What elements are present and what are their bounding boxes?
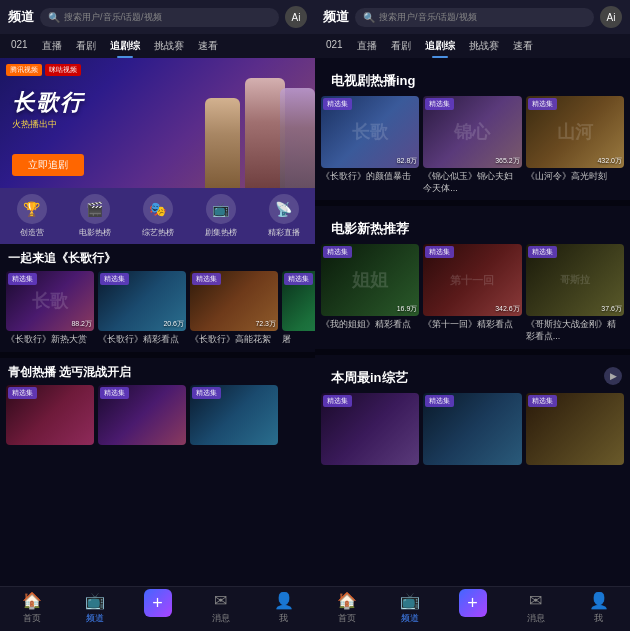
left-tab-watch[interactable]: 看剧 [69, 34, 103, 58]
right-nav-me-icon: 👤 [589, 591, 609, 610]
right-tv-card-2[interactable]: 精选集 365.2万 锦心 《锦心似玉》锦心夫妇今天体... [423, 96, 521, 194]
right-movie-card-2[interactable]: 精选集 342.6万 第十一回 《第十一回》精彩看点 [423, 244, 521, 342]
left-nav-me[interactable]: 👤 我 [252, 591, 315, 625]
left-tab-quick[interactable]: 速看 [191, 34, 225, 58]
left-title-3: 《长歌行》高能花絮 [190, 334, 278, 346]
right-tab-live[interactable]: 直播 [350, 34, 384, 58]
left-search-box[interactable]: 🔍 搜索用户/音乐/话题/视频 [40, 8, 279, 27]
left-search-placeholder: 搜索用户/音乐/话题/视频 [64, 11, 162, 24]
left-video-card-4[interactable]: 精选集 屠 [282, 271, 315, 346]
right-variety-badge-3: 精选集 [528, 395, 557, 407]
right-variety-card-1[interactable]: 精选集 [321, 393, 419, 465]
right-nav-channel-label: 频道 [401, 612, 419, 625]
right-movie-card-1[interactable]: 精选集 16.9万 姐姐 《我的姐姐》精彩看点 [321, 244, 419, 342]
left-tab-drama[interactable]: 追剧综 [103, 34, 147, 58]
right-nav-plus-btn[interactable]: + [459, 589, 487, 617]
right-nav-message-label: 消息 [527, 612, 545, 625]
right-variety-card-2[interactable]: 精选集 [423, 393, 521, 465]
left-nav-plus[interactable]: + [126, 591, 189, 625]
left-badge-3: 精选集 [192, 273, 221, 285]
right-variety-thumb-2: 精选集 [423, 393, 521, 465]
right-tv-title-3: 《山河令》高光时刻 [526, 171, 624, 183]
right-movie-card-3[interactable]: 精选集 37.6万 哥斯拉 《哥斯拉大战金刚》精彩看点... [526, 244, 624, 342]
right-deco-3: 山河 [526, 96, 624, 168]
right-variety-section-header: 本周最in综艺 ▶ [315, 355, 630, 393]
left-section1-title-text: 一起来追《长歌行》 [8, 250, 116, 267]
left-video-card-5[interactable]: 精选集 [6, 385, 94, 448]
left-badge-4: 精选集 [284, 273, 313, 285]
left-video-row1: 精选集 88.2万 长歌 《长歌行》新热大赏 精选集 20.6万 《长歌行》精彩… [0, 271, 315, 352]
right-variety-badge-1: 精选集 [323, 395, 352, 407]
right-movie-card-grid: 精选集 16.9万 姐姐 《我的姐姐》精彩看点 精选集 342.6万 第十一回 … [315, 244, 630, 348]
left-nav-plus-btn[interactable]: + [144, 589, 172, 617]
right-tab-drama[interactable]: 追剧综 [418, 34, 462, 58]
right-variety-card-3[interactable]: 精选集 [526, 393, 624, 465]
right-tab-021[interactable]: 021 [319, 34, 350, 58]
left-video-card-1[interactable]: 精选集 88.2万 长歌 《长歌行》新热大赏 [6, 271, 94, 346]
left-icon-movie[interactable]: 🎬 电影热榜 [63, 194, 126, 238]
left-icon-drama[interactable]: 📺 剧集热榜 [189, 194, 252, 238]
left-thumb-4: 精选集 [282, 271, 315, 331]
left-tab-021[interactable]: 021 [4, 34, 35, 58]
right-tv-title-2: 《锦心似玉》锦心夫妇今天体... [423, 171, 521, 194]
left-hero-cta[interactable]: 立即追剧 [12, 154, 84, 176]
right-movie-section-header: 电影新热推荐 [315, 206, 630, 244]
left-video-card-7[interactable]: 精选集 [190, 385, 278, 448]
left-nav-message-label: 消息 [212, 612, 230, 625]
right-deco-1: 长歌 [321, 96, 419, 168]
left-badge-6: 精选集 [100, 387, 129, 399]
right-variety-section-title: 本周最in综艺 [323, 361, 416, 391]
right-nav-tabs: 021 直播 看剧 追剧综 挑战赛 速看 [315, 34, 630, 58]
left-icon-variety-label: 综艺热榜 [142, 227, 174, 238]
right-tv-section-title: 电视剧热播ing [323, 64, 424, 94]
left-video-card-2[interactable]: 精选集 20.6万 《长歌行》精彩看点 [98, 271, 186, 346]
left-icon-row: 🏆 创造营 🎬 电影热榜 🎭 综艺热榜 📺 剧集热榜 📡 精彩直播 [0, 188, 315, 244]
left-nav-home-label: 首页 [23, 612, 41, 625]
right-nav-home-label: 首页 [338, 612, 356, 625]
right-movie-deco-2: 第十一回 [423, 244, 521, 316]
right-tv-card-3[interactable]: 精选集 432.0万 山河 《山河令》高光时刻 [526, 96, 624, 194]
left-hero-banner[interactable]: 腾讯视频 咪咕视频 长歌行 火热播出中 立即追剧 [0, 58, 315, 188]
right-nav-home[interactable]: 🏠 首页 [315, 591, 378, 625]
right-tab-challenge[interactable]: 挑战赛 [462, 34, 506, 58]
right-movie-deco-1: 姐姐 [321, 244, 419, 316]
left-nav-home[interactable]: 🏠 首页 [0, 591, 63, 625]
left-tab-live[interactable]: 直播 [35, 34, 69, 58]
left-video-card-3[interactable]: 精选集 72.3万 《长歌行》高能花絮 [190, 271, 278, 346]
left-nav-channel[interactable]: 📺 频道 [63, 591, 126, 625]
right-avatar[interactable]: Ai [600, 6, 622, 28]
right-search-box[interactable]: 🔍 搜索用户/音乐/话题/视频 [355, 8, 594, 27]
left-title-2: 《长歌行》精彩看点 [98, 334, 186, 346]
right-content-scroll: 电视剧热播ing 精选集 82.8万 长歌 《长歌行》的颜值暴击 精选集 365… [315, 58, 630, 586]
right-variety-forward-icon[interactable]: ▶ [604, 367, 622, 385]
right-nav-me[interactable]: 👤 我 [567, 591, 630, 625]
left-nav-message[interactable]: ✉ 消息 [189, 591, 252, 625]
right-tv-title-1: 《长歌行》的颜值暴击 [321, 171, 419, 183]
right-nav-message[interactable]: ✉ 消息 [504, 591, 567, 625]
right-tv-card-1[interactable]: 精选集 82.8万 长歌 《长歌行》的颜值暴击 [321, 96, 419, 194]
right-nav-channel[interactable]: 📺 频道 [378, 591, 441, 625]
right-nav-plus-icon: + [467, 593, 478, 614]
left-icon-chuangzao[interactable]: 🏆 创造营 [0, 194, 63, 238]
left-content-scroll: 一起来追《长歌行》 精选集 88.2万 长歌 《长歌行》新热大赏 精选集 20.… [0, 244, 315, 586]
left-nav-tabs: 021 直播 看剧 追剧综 挑战赛 速看 [0, 34, 315, 58]
right-tab-watch[interactable]: 看剧 [384, 34, 418, 58]
left-figure-3 [280, 88, 315, 188]
left-avatar[interactable]: Ai [285, 6, 307, 28]
left-section1-title: 一起来追《长歌行》 [0, 244, 315, 271]
right-movie-title-3: 《哥斯拉大战金刚》精彩看点... [526, 319, 624, 342]
right-variety-card-grid: 精选集 精选集 精选集 [315, 393, 630, 471]
right-deco-2: 锦心 [423, 96, 521, 168]
left-icon-live[interactable]: 📡 精彩直播 [252, 194, 315, 238]
left-figure-1 [205, 98, 240, 188]
right-nav-message-icon: ✉ [529, 591, 542, 610]
left-icon-drama-icon: 📺 [206, 194, 236, 224]
left-tab-challenge[interactable]: 挑战赛 [147, 34, 191, 58]
right-nav-plus[interactable]: + [441, 591, 504, 625]
left-count-3: 72.3万 [255, 319, 276, 329]
right-channel-title: 频道 [323, 8, 349, 26]
right-tab-quick[interactable]: 速看 [506, 34, 540, 58]
left-badge-7: 精选集 [192, 387, 221, 399]
left-icon-variety[interactable]: 🎭 综艺热榜 [126, 194, 189, 238]
left-video-card-6[interactable]: 精选集 [98, 385, 186, 448]
